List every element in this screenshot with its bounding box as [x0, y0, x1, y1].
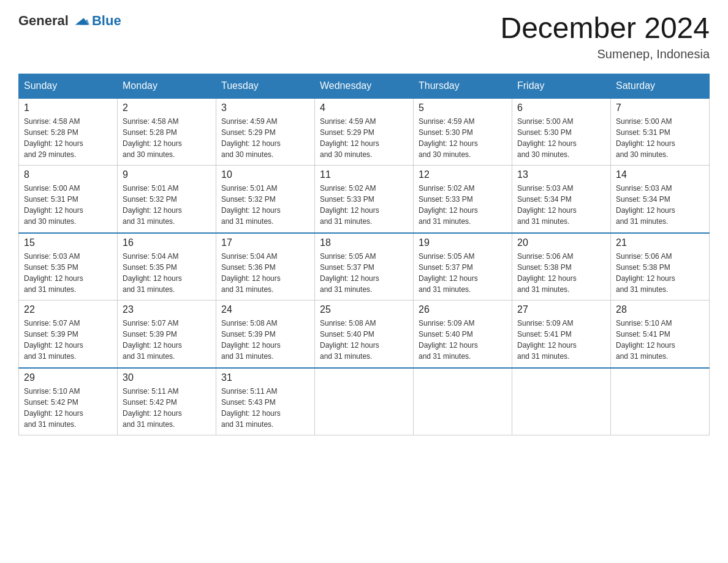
day-number: 28: [616, 304, 704, 315]
day-info: Sunrise: 4:59 AMSunset: 5:30 PMDaylight:…: [419, 116, 507, 160]
day-number: 19: [419, 237, 507, 248]
logo-text-blue: Blue: [92, 13, 121, 29]
day-info: Sunrise: 5:05 AMSunset: 5:37 PMDaylight:…: [419, 251, 507, 295]
calendar-day-cell: [611, 368, 710, 435]
day-info: Sunrise: 4:58 AMSunset: 5:28 PMDaylight:…: [123, 116, 211, 160]
day-header-sunday: Sunday: [19, 74, 118, 98]
day-info: Sunrise: 4:58 AMSunset: 5:28 PMDaylight:…: [24, 116, 112, 160]
day-info: Sunrise: 5:06 AMSunset: 5:38 PMDaylight:…: [517, 251, 605, 295]
calendar-week-row: 1Sunrise: 4:58 AMSunset: 5:28 PMDaylight…: [19, 98, 710, 166]
day-info: Sunrise: 5:11 AMSunset: 5:43 PMDaylight:…: [221, 386, 309, 430]
day-number: 12: [419, 169, 507, 180]
day-info: Sunrise: 4:59 AMSunset: 5:29 PMDaylight:…: [320, 116, 408, 160]
logo-icon: [72, 12, 89, 29]
calendar-day-cell: 11Sunrise: 5:02 AMSunset: 5:33 PMDayligh…: [315, 166, 414, 233]
calendar-day-cell: 12Sunrise: 5:02 AMSunset: 5:33 PMDayligh…: [414, 166, 512, 233]
logo: General Blue: [18, 12, 121, 29]
day-info: Sunrise: 5:02 AMSunset: 5:33 PMDaylight:…: [320, 183, 408, 227]
calendar-day-cell: [315, 368, 414, 435]
day-info: Sunrise: 5:08 AMSunset: 5:39 PMDaylight:…: [221, 318, 309, 362]
day-info: Sunrise: 5:06 AMSunset: 5:38 PMDaylight:…: [616, 251, 704, 295]
calendar-week-row: 8Sunrise: 5:00 AMSunset: 5:31 PMDaylight…: [19, 166, 710, 233]
calendar-day-cell: 7Sunrise: 5:00 AMSunset: 5:31 PMDaylight…: [611, 98, 710, 166]
day-number: 3: [221, 102, 309, 113]
day-number: 29: [24, 372, 112, 383]
day-header-saturday: Saturday: [611, 74, 710, 98]
day-info: Sunrise: 5:00 AMSunset: 5:31 PMDaylight:…: [616, 116, 704, 160]
day-header-thursday: Thursday: [414, 74, 512, 98]
day-number: 1: [24, 102, 112, 113]
day-info: Sunrise: 5:09 AMSunset: 5:40 PMDaylight:…: [419, 318, 507, 362]
day-number: 18: [320, 237, 408, 248]
day-number: 16: [123, 237, 211, 248]
day-info: Sunrise: 4:59 AMSunset: 5:29 PMDaylight:…: [221, 116, 309, 160]
calendar-day-cell: 29Sunrise: 5:10 AMSunset: 5:42 PMDayligh…: [19, 368, 118, 435]
day-number: 11: [320, 169, 408, 180]
day-number: 25: [320, 304, 408, 315]
calendar-table: SundayMondayTuesdayWednesdayThursdayFrid…: [18, 74, 710, 436]
day-number: 9: [123, 169, 211, 180]
day-info: Sunrise: 5:03 AMSunset: 5:34 PMDaylight:…: [517, 183, 605, 227]
calendar-day-cell: 13Sunrise: 5:03 AMSunset: 5:34 PMDayligh…: [512, 166, 611, 233]
calendar-week-row: 29Sunrise: 5:10 AMSunset: 5:42 PMDayligh…: [19, 368, 710, 435]
calendar-header-row: SundayMondayTuesdayWednesdayThursdayFrid…: [19, 74, 710, 98]
calendar-day-cell: 19Sunrise: 5:05 AMSunset: 5:37 PMDayligh…: [414, 233, 512, 301]
month-title: December 2024: [500, 12, 710, 45]
day-info: Sunrise: 5:09 AMSunset: 5:41 PMDaylight:…: [517, 318, 605, 362]
calendar-day-cell: 2Sunrise: 4:58 AMSunset: 5:28 PMDaylight…: [118, 98, 216, 166]
calendar-day-cell: 21Sunrise: 5:06 AMSunset: 5:38 PMDayligh…: [611, 233, 710, 301]
day-info: Sunrise: 5:00 AMSunset: 5:30 PMDaylight:…: [517, 116, 605, 160]
day-info: Sunrise: 5:10 AMSunset: 5:42 PMDaylight:…: [24, 386, 112, 430]
calendar-day-cell: [512, 368, 611, 435]
calendar-day-cell: 31Sunrise: 5:11 AMSunset: 5:43 PMDayligh…: [216, 368, 315, 435]
day-number: 7: [616, 102, 704, 113]
day-number: 15: [24, 237, 112, 248]
location: Sumenep, Indonesia: [500, 47, 710, 61]
day-info: Sunrise: 5:04 AMSunset: 5:36 PMDaylight:…: [221, 251, 309, 295]
day-header-monday: Monday: [118, 74, 216, 98]
day-info: Sunrise: 5:02 AMSunset: 5:33 PMDaylight:…: [419, 183, 507, 227]
calendar-day-cell: 9Sunrise: 5:01 AMSunset: 5:32 PMDaylight…: [118, 166, 216, 233]
day-number: 2: [123, 102, 211, 113]
calendar-day-cell: 22Sunrise: 5:07 AMSunset: 5:39 PMDayligh…: [19, 301, 118, 368]
calendar-day-cell: 28Sunrise: 5:10 AMSunset: 5:41 PMDayligh…: [611, 301, 710, 368]
day-number: 23: [123, 304, 211, 315]
day-header-wednesday: Wednesday: [315, 74, 414, 98]
day-number: 14: [616, 169, 704, 180]
calendar-day-cell: 25Sunrise: 5:08 AMSunset: 5:40 PMDayligh…: [315, 301, 414, 368]
day-number: 5: [419, 102, 507, 113]
calendar-day-cell: 14Sunrise: 5:03 AMSunset: 5:34 PMDayligh…: [611, 166, 710, 233]
page-header: General Blue December 2024 Sumenep, Indo…: [18, 12, 710, 61]
day-number: 26: [419, 304, 507, 315]
day-number: 13: [517, 169, 605, 180]
calendar-day-cell: 15Sunrise: 5:03 AMSunset: 5:35 PMDayligh…: [19, 233, 118, 301]
day-number: 30: [123, 372, 211, 383]
day-info: Sunrise: 5:05 AMSunset: 5:37 PMDaylight:…: [320, 251, 408, 295]
day-number: 4: [320, 102, 408, 113]
calendar-day-cell: 3Sunrise: 4:59 AMSunset: 5:29 PMDaylight…: [216, 98, 315, 166]
day-number: 8: [24, 169, 112, 180]
calendar-day-cell: 27Sunrise: 5:09 AMSunset: 5:41 PMDayligh…: [512, 301, 611, 368]
calendar-day-cell: 5Sunrise: 4:59 AMSunset: 5:30 PMDaylight…: [414, 98, 512, 166]
day-number: 24: [221, 304, 309, 315]
calendar-day-cell: 24Sunrise: 5:08 AMSunset: 5:39 PMDayligh…: [216, 301, 315, 368]
day-info: Sunrise: 5:04 AMSunset: 5:35 PMDaylight:…: [123, 251, 211, 295]
calendar-day-cell: 30Sunrise: 5:11 AMSunset: 5:42 PMDayligh…: [118, 368, 216, 435]
calendar-day-cell: 18Sunrise: 5:05 AMSunset: 5:37 PMDayligh…: [315, 233, 414, 301]
day-info: Sunrise: 5:07 AMSunset: 5:39 PMDaylight:…: [24, 318, 112, 362]
day-number: 20: [517, 237, 605, 248]
day-info: Sunrise: 5:11 AMSunset: 5:42 PMDaylight:…: [123, 386, 211, 430]
logo-text-general: General: [18, 13, 69, 29]
day-number: 17: [221, 237, 309, 248]
calendar-day-cell: 20Sunrise: 5:06 AMSunset: 5:38 PMDayligh…: [512, 233, 611, 301]
title-section: December 2024 Sumenep, Indonesia: [500, 12, 710, 61]
calendar-day-cell: 23Sunrise: 5:07 AMSunset: 5:39 PMDayligh…: [118, 301, 216, 368]
day-number: 6: [517, 102, 605, 113]
day-info: Sunrise: 5:10 AMSunset: 5:41 PMDaylight:…: [616, 318, 704, 362]
day-info: Sunrise: 5:08 AMSunset: 5:40 PMDaylight:…: [320, 318, 408, 362]
calendar-day-cell: 8Sunrise: 5:00 AMSunset: 5:31 PMDaylight…: [19, 166, 118, 233]
day-info: Sunrise: 5:01 AMSunset: 5:32 PMDaylight:…: [221, 183, 309, 227]
calendar-day-cell: 10Sunrise: 5:01 AMSunset: 5:32 PMDayligh…: [216, 166, 315, 233]
day-number: 22: [24, 304, 112, 315]
day-info: Sunrise: 5:07 AMSunset: 5:39 PMDaylight:…: [123, 318, 211, 362]
